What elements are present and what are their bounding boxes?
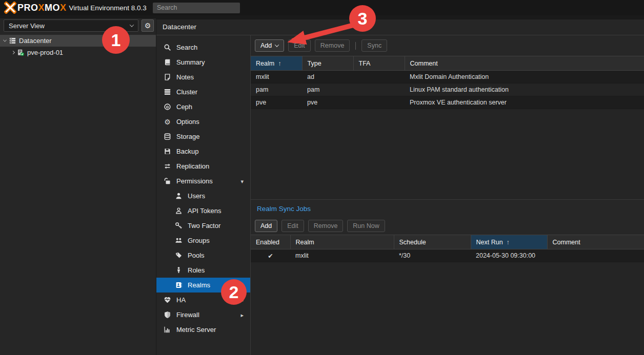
person-icon [175, 266, 183, 274]
brand-wordmark: PROXMOX [17, 3, 67, 13]
tree-item-label: Datacenter [19, 37, 52, 45]
chevron-right-icon: ▸ [240, 311, 244, 318]
note-icon [164, 73, 171, 81]
ceph-icon [164, 103, 171, 111]
sync-jobs-table: Enabled Realm Schedule Next Run↑ Comment… [251, 235, 644, 262]
column-header-comment[interactable]: Comment [547, 235, 644, 249]
tree-item-label: pve-prod-01 [27, 49, 63, 56]
key-icon [175, 222, 183, 229]
realms-table: Realm↑ Type TFA Comment mxlit ad Mxlit D… [251, 56, 644, 109]
menu-item-realms[interactable]: Realms [156, 278, 250, 293]
menu-item-ceph[interactable]: Ceph [156, 99, 250, 114]
page-title: Datacenter [156, 19, 644, 35]
heartbeat-icon [164, 296, 171, 304]
tags-icon [175, 252, 183, 259]
column-header-type[interactable]: Type [302, 56, 353, 71]
menu-item-notes[interactable]: Notes [156, 70, 250, 85]
run-now-button[interactable]: Run Now [347, 220, 385, 232]
global-search-input[interactable] [153, 3, 240, 13]
search-icon [164, 44, 171, 51]
menu-item-permissions[interactable]: Permissions ▾ [156, 174, 250, 189]
edit-button[interactable]: Edit [288, 39, 311, 52]
menu-item-pools[interactable]: Pools [156, 248, 250, 263]
tree-item-datacenter[interactable]: Datacenter [0, 35, 156, 47]
menu-item-groups[interactable]: Groups [156, 233, 250, 248]
resource-tree-panel: Server View ⚙ Datacenter [0, 18, 156, 355]
menu-item-cluster[interactable]: Cluster [156, 85, 250, 99]
table-row[interactable]: pve pve Proxmox VE authentication server [251, 96, 644, 109]
column-header-next-run[interactable]: Next Run↑ [471, 235, 547, 249]
column-header-comment[interactable]: Comment [405, 56, 644, 71]
gear-icon: ⚙ [164, 118, 171, 126]
column-header-tfa[interactable]: TFA [353, 56, 405, 71]
chevron-down-icon [130, 23, 134, 27]
sync-add-button[interactable]: Add [255, 220, 277, 232]
product-version: Virtual Environment 8.0.3 [69, 4, 147, 12]
floppy-icon [164, 148, 171, 155]
remove-button[interactable]: Remove [315, 39, 350, 52]
toolbar-separator [355, 42, 356, 50]
menu-item-users[interactable]: Users [156, 189, 250, 203]
bar-chart-icon [164, 326, 171, 333]
content-panel: Datacenter Search Summary [156, 19, 644, 355]
sync-edit-button[interactable]: Edit [281, 220, 304, 232]
chevron-down-icon: ▾ [240, 178, 244, 184]
sync-remove-button[interactable]: Remove [308, 220, 344, 232]
column-header-schedule[interactable]: Schedule [394, 235, 471, 249]
add-button[interactable]: Add [255, 39, 284, 52]
empty-area [251, 109, 644, 199]
address-book-icon [175, 281, 183, 289]
column-header-enabled[interactable]: Enabled [251, 235, 290, 249]
user-icon [175, 192, 183, 200]
menu-item-two-factor[interactable]: Two Factor [156, 218, 250, 233]
expander-down-icon[interactable] [3, 38, 7, 42]
enabled-check-icon: ✔ [251, 249, 290, 262]
user-outline-icon [175, 207, 183, 215]
node-icon [17, 49, 25, 56]
realms-view: Add Edit Remove Sync [251, 35, 644, 355]
table-row[interactable]: mxlit ad Mxlit Domain Authentication [251, 71, 644, 83]
menu-item-summary[interactable]: Summary [156, 55, 250, 70]
book-icon [164, 58, 171, 66]
view-mode-select[interactable]: Server View [4, 19, 138, 32]
menu-item-options[interactable]: ⚙ Options [156, 114, 250, 129]
resource-tree: Datacenter pve-prod-01 [0, 35, 156, 58]
column-header-realm[interactable]: Realm↑ [251, 56, 302, 71]
gear-icon: ⚙ [145, 22, 151, 30]
menu-item-backup[interactable]: Backup [156, 144, 250, 159]
sync-jobs-toolbar: Add Edit Remove Run Now [251, 217, 644, 235]
unlock-icon [164, 177, 171, 185]
menu-item-firewall[interactable]: Firewall ▸ [156, 307, 250, 322]
sort-asc-icon: ↑ [278, 60, 281, 67]
table-row[interactable]: ✔ mxlit */30 2024-05-30 09:30:00 [251, 249, 644, 262]
menu-item-search[interactable]: Search [156, 40, 250, 55]
chevron-down-icon [275, 43, 279, 47]
realm-sync-jobs-title: Realm Sync Jobs [251, 199, 644, 217]
view-mode-label: Server View [9, 22, 45, 30]
tree-item-pve-prod-01[interactable]: pve-prod-01 [0, 47, 156, 58]
menu-item-storage[interactable]: Storage [156, 129, 250, 144]
empty-area [251, 262, 644, 355]
replication-icon [164, 162, 171, 170]
datacenter-icon [9, 37, 16, 45]
users-group-icon [175, 237, 183, 244]
menu-item-roles[interactable]: Roles [156, 263, 250, 278]
column-header-realm[interactable]: Realm [290, 235, 394, 249]
sort-asc-icon: ↑ [507, 239, 510, 246]
table-row[interactable]: pam pam Linux PAM standard authenticatio… [251, 83, 644, 96]
realms-toolbar: Add Edit Remove Sync [251, 35, 644, 56]
menu-item-replication[interactable]: Replication [156, 159, 250, 174]
storage-icon [164, 133, 171, 140]
cluster-icon [164, 88, 171, 96]
shield-icon [164, 311, 171, 319]
datacenter-menu: Search Summary Notes [156, 35, 251, 355]
menu-item-api-tokens[interactable]: API Tokens [156, 203, 250, 218]
sync-button[interactable]: Sync [361, 39, 387, 52]
topbar: PROXMOX Virtual Environment 8.0.3 [0, 0, 644, 15]
menu-item-metric-server[interactable]: Metric Server [156, 322, 250, 337]
chevron-right-icon: ▸ [240, 297, 244, 303]
proxmox-logo-icon [4, 2, 16, 14]
expander-right-icon[interactable] [11, 51, 15, 54]
tree-settings-button[interactable]: ⚙ [142, 19, 154, 32]
menu-item-ha[interactable]: HA ▸ [156, 293, 250, 307]
